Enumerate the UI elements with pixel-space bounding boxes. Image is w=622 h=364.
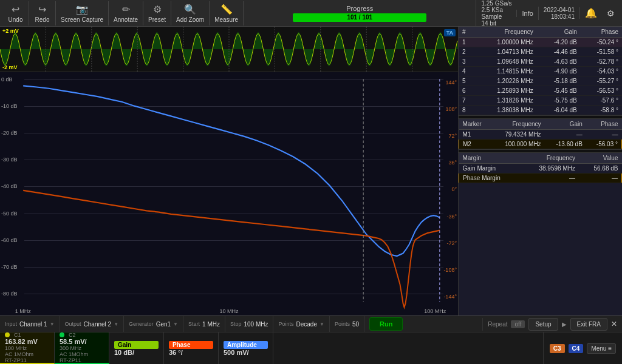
undo-button[interactable]: ↩ Undo [2,1,29,25]
off-badge: off [511,320,525,328]
stop-param[interactable]: Stop 100 MHz [225,316,274,332]
screen-capture-button[interactable]: 📷 Screen Capture [56,1,109,25]
col-phase: Phase [581,27,622,38]
col-marker-gain: Gain [545,119,586,130]
marker-row[interactable]: M1 79.4324 MHz — — [459,130,622,140]
phase-block[interactable]: Phase 36 °/ [164,332,219,364]
col-margin: Margin [459,153,521,164]
col-margin-freq: Frequency [520,153,579,164]
table-row[interactable]: 7 1.31826 MHz -5.75 dB -57.6 ° [459,96,622,106]
channel-row: C1 163.82 mV 100 MHz AC 1MOhm RT-ZP11 C2… [0,332,622,364]
col-marker-freq: Frequency [491,119,545,130]
measure-icon: 📏 [220,4,233,15]
input-param[interactable]: Input Channel 1 ▼ [0,316,60,332]
camera-icon: 📷 [76,4,88,15]
c3-badge[interactable]: C3 [550,344,565,353]
points-dropdown-arrow: ▼ [320,322,324,327]
ta-badge: TA [444,29,456,36]
col-marker: Marker [459,119,491,130]
toolbar: ↩ Undo ↪ Redo 📷 Screen Capture ✏ Annotat… [0,0,622,27]
param-row: Input Channel 1 ▼ Output Channel 2 ▼ Gen… [0,316,622,332]
menu-badge[interactable]: Menu ≡ [587,343,616,354]
bode-plot: 0 dB -10 dB -20 dB -30 dB -40 dB -50 dB … [0,72,458,315]
amplitude-block[interactable]: Amplitude 500 mV/ [219,332,273,364]
frequency-table: # Frequency Gain Phase 1 1.00000 MHz -4.… [459,27,622,115]
redo-button[interactable]: ↪ Redo [29,1,56,25]
marker-table: Marker Frequency Gain Phase M1 79.4324 M… [459,119,622,149]
annotate-button[interactable]: ✏ Annotate [109,1,143,25]
progress-bar: 101 / 101 [293,13,426,22]
main-content: TA +2 mV -2 mV 0 dB -10 dB -20 dB -30 dB… [0,27,622,315]
margin-table: Margin Frequency Value Gain Margin 38.95… [459,153,622,183]
info-button[interactable]: Info [516,10,538,17]
table-row[interactable]: 6 1.25893 MHz -5.45 dB -56.53 ° [459,86,622,96]
table-row[interactable]: 2 1.04713 MHz -4.46 dB -51.58 ° [459,47,622,57]
table-row[interactable]: 8 1.38038 MHz -6.04 dB -58.8 ° [459,106,622,115]
redo-icon: ↪ [38,4,46,15]
right-panel: # Frequency Gain Phase 1 1.00000 MHz -4.… [458,27,622,315]
table-row[interactable]: 5 1.20226 MHz -5.18 dB -55.27 ° [459,76,622,86]
measure-button[interactable]: 📏 Measure [210,1,244,25]
col-freq: Frequency [474,27,536,38]
margin-row[interactable]: Gain Margin 38.9598 MHz 56.68 dB [459,164,622,174]
close-button[interactable]: ✕ [611,320,617,328]
channel-c2[interactable]: C2 58.5 mV/ 300 MHz AC 1MOhm RT-ZP11 [55,332,109,364]
undo-icon: ↩ [12,4,19,15]
datetime-display: 2022-04-01 18:03:41 [538,7,579,20]
run-btn[interactable]: Run [369,317,403,331]
channel-c1[interactable]: C1 163.82 mV 100 MHz AC 1MOhm RT-ZP11 [0,332,55,364]
exit-fra-button[interactable]: Exit FRA [570,318,607,331]
margin-row[interactable]: Phase Margin — — [459,174,622,183]
col-marker-phase: Phase [586,119,622,130]
setup-button[interactable]: Setup [528,318,558,331]
table-row[interactable]: 4 1.14815 MHz -4.90 dB -54.03 ° [459,67,622,76]
marker-row[interactable]: M2 100.000 MHz -13.60 dB -56.03 ° [459,140,622,149]
table-row[interactable]: 1 1.00000 MHz -4.20 dB -50.24 ° [459,38,622,47]
gain-block[interactable]: Gain 10 dB/ [109,332,164,364]
waveform-strip: TA +2 mV -2 mV [0,27,458,72]
input-dropdown-arrow: ▼ [50,322,55,327]
add-zoom-button[interactable]: 🔍 Add Zoom [171,1,210,25]
gen-dropdown-arrow: ▼ [173,322,178,327]
zoom-icon: 🔍 [184,4,196,15]
bottom-right-controls: Repeat off Setup ▶ Exit FRA ✕ [482,318,622,331]
c2-indicator [60,332,64,337]
alert-icon[interactable]: 🔔 [579,7,602,19]
preset-button[interactable]: ⚙ Preset [143,1,171,25]
voltage-label-top: +2 mV [2,28,19,34]
preset-icon: ⚙ [153,4,162,15]
waveform-canvas [0,27,458,72]
table-row[interactable]: 3 1.09648 MHz -4.63 dB -52.78 ° [459,57,622,67]
col-gain: Gain [537,27,581,38]
progress-text: 101 / 101 [293,13,426,22]
bottom-bar: Input Channel 1 ▼ Output Channel 2 ▼ Gen… [0,315,622,364]
c1-indicator [5,332,10,337]
voltage-label-bottom: -2 mV [2,64,18,70]
repeat-label: Repeat [488,321,507,328]
progress-title: Progress [346,5,373,12]
points2-param[interactable]: Points 50 [330,316,364,332]
acquisition-info: 1.25 GSa/s 2.5 KSa Sample 14 bit [476,0,516,27]
output-param[interactable]: Output Channel 2 ▼ [60,316,125,332]
c3c4-area: C3 C4 Menu ≡ [543,332,622,364]
settings-icon[interactable]: ⚙ [602,8,620,18]
progress-area: Progress 101 / 101 [244,5,476,22]
col-margin-value: Value [579,153,622,164]
output-dropdown-arrow: ▼ [114,322,118,327]
generator-param[interactable]: Generator Gen1 ▼ [124,316,183,332]
c4-badge[interactable]: C4 [569,344,584,353]
chart-area: TA +2 mV -2 mV 0 dB -10 dB -20 dB -30 dB… [0,27,458,315]
annotate-icon: ✏ [122,4,130,15]
points-param[interactable]: Points Decade ▼ [273,316,329,332]
start-param[interactable]: Start 1 MHz [183,316,225,332]
run-button[interactable]: Run [364,316,408,332]
bode-svg [0,72,458,315]
col-num: # [459,27,474,38]
